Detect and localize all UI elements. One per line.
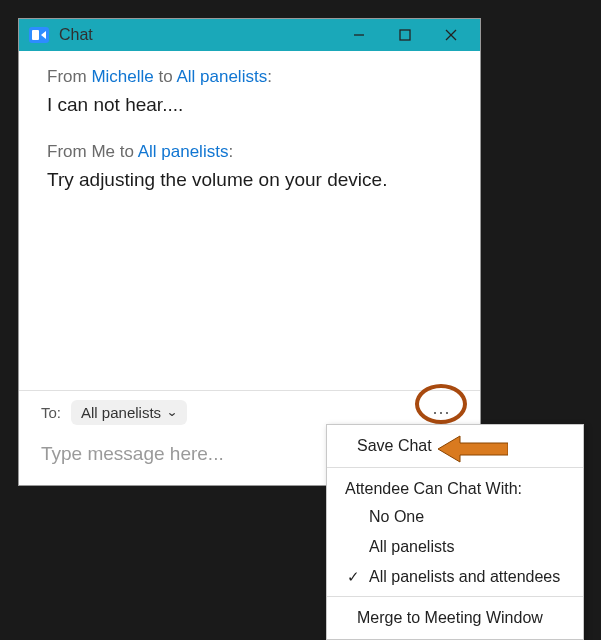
svg-rect-1 — [400, 30, 410, 40]
to-label: to — [154, 67, 177, 86]
chevron-down-icon: ⌄ — [166, 405, 178, 419]
menu-separator — [327, 596, 583, 597]
zoom-icon — [29, 27, 49, 43]
window-title: Chat — [59, 26, 93, 44]
menu-option-panelists[interactable]: All panelists — [327, 532, 583, 562]
minimize-button[interactable] — [336, 19, 382, 51]
more-options-menu: Save Chat Attendee Can Chat With: No One… — [326, 424, 584, 640]
message-meta: From Michelle to All panelists: — [47, 67, 456, 87]
meta-suffix: : — [228, 142, 233, 161]
chat-body: From Michelle to All panelists: I can no… — [19, 51, 480, 390]
from-label: From Me to — [47, 142, 138, 161]
more-options-button[interactable]: ⋯ — [424, 399, 460, 425]
menu-option-all[interactable]: All panelists and attendees — [327, 562, 583, 592]
message-meta: From Me to All panelists: — [47, 142, 456, 162]
maximize-button[interactable] — [382, 19, 428, 51]
menu-separator — [327, 467, 583, 468]
message-text: I can not hear.... — [47, 93, 456, 118]
menu-header: Attendee Can Chat With: — [327, 472, 583, 502]
sender-name[interactable]: Michelle — [91, 67, 153, 86]
meta-suffix: : — [267, 67, 272, 86]
chat-message: From Michelle to All panelists: I can no… — [47, 67, 456, 118]
recipient-name[interactable]: All panelists — [176, 67, 267, 86]
to-label: To: — [41, 404, 61, 421]
message-text: Try adjusting the volume on your device. — [47, 168, 456, 193]
menu-merge-window[interactable]: Merge to Meeting Window — [327, 601, 583, 635]
message-input[interactable]: Type message here... — [41, 443, 224, 464]
chat-window: Chat From Michelle to All panelists: I c… — [18, 18, 481, 486]
recipient-name[interactable]: All panelists — [138, 142, 229, 161]
close-button[interactable] — [428, 19, 474, 51]
to-selector[interactable]: All panelists ⌄ — [71, 400, 187, 425]
menu-save-chat[interactable]: Save Chat — [327, 429, 583, 463]
from-label: From — [47, 67, 91, 86]
menu-option-no-one[interactable]: No One — [327, 502, 583, 532]
to-selected: All panelists — [81, 404, 161, 421]
titlebar: Chat — [19, 19, 480, 51]
chat-message: From Me to All panelists: Try adjusting … — [47, 142, 456, 193]
